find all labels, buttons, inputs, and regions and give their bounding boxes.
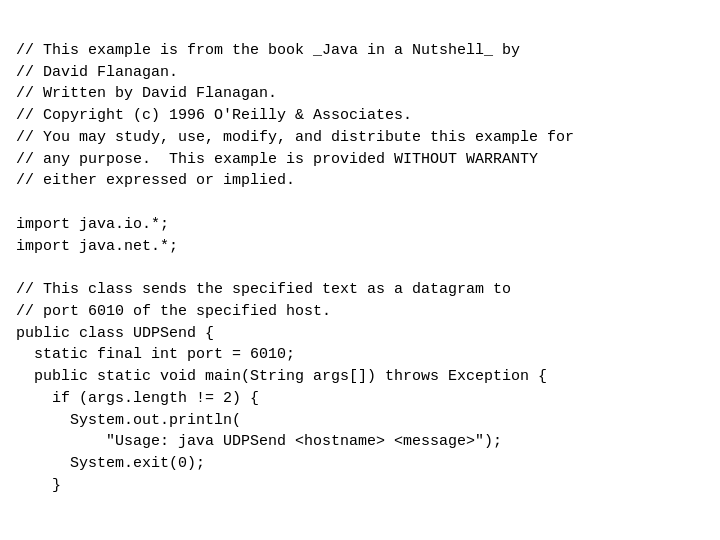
- code-line: "Usage: java UDPSend <hostname> <message…: [16, 431, 704, 453]
- code-line: // Copyright (c) 1996 O'Reilly & Associa…: [16, 105, 704, 127]
- code-line: System.out.println(: [16, 410, 704, 432]
- empty-line: [16, 257, 704, 279]
- code-line: // You may study, use, modify, and distr…: [16, 127, 704, 149]
- code-line: import java.net.*;: [16, 236, 704, 258]
- code-line: // either expressed or implied.: [16, 170, 704, 192]
- code-line: // Written by David Flanagan.: [16, 83, 704, 105]
- code-line: // David Flanagan.: [16, 62, 704, 84]
- code-line: System.exit(0);: [16, 453, 704, 475]
- empty-line: [16, 192, 704, 214]
- code-line: public static void main(String args[]) t…: [16, 366, 704, 388]
- code-line: }: [16, 475, 704, 497]
- code-line: // This class sends the specified text a…: [16, 279, 704, 301]
- code-line: // port 6010 of the specified host.: [16, 301, 704, 323]
- code-line: import java.io.*;: [16, 214, 704, 236]
- code-line: static final int port = 6010;: [16, 344, 704, 366]
- code-display: // This example is from the book _Java i…: [0, 0, 720, 515]
- code-line: // any purpose. This example is provided…: [16, 149, 704, 171]
- code-line: public class UDPSend {: [16, 323, 704, 345]
- code-line: if (args.length != 2) {: [16, 388, 704, 410]
- code-line: // This example is from the book _Java i…: [16, 40, 704, 62]
